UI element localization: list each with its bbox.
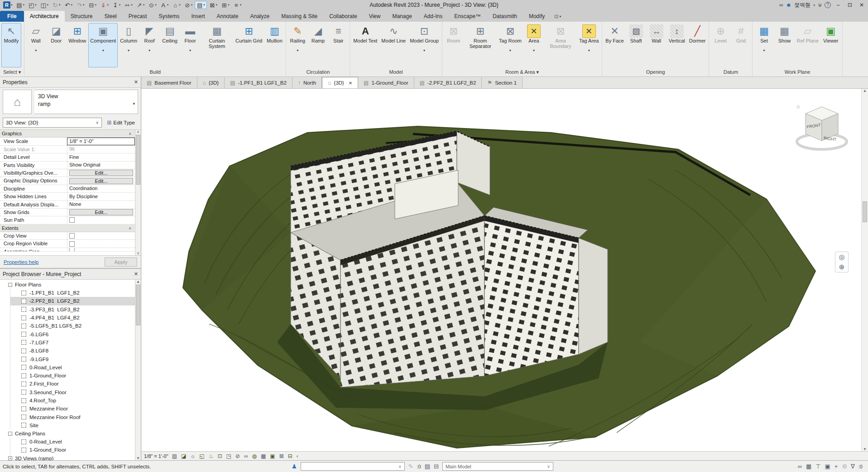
tree-item-floor-plan[interactable]: -2.PF2_B1 LGF2_B2 <box>10 297 135 305</box>
tree-item-floor-plan[interactable]: -3.PF3_B1 LGF3_B2 <box>10 305 135 314</box>
ribbon-button[interactable]: ▦ Set ▾ <box>754 23 774 67</box>
scroll-down-icon[interactable]: ▼ <box>863 447 867 451</box>
property-row[interactable]: Show Grids Edit... Edit... ∧ <box>0 209 135 216</box>
project-browser-close-icon[interactable]: ✕ <box>134 271 138 277</box>
property-value[interactable]: Fine Fine <box>67 153 135 161</box>
rendering-dialog-icon[interactable]: ♨ <box>209 453 214 459</box>
close-hidden-windows-icon[interactable]: ⊠ ▾ <box>208 1 219 9</box>
edit-button[interactable]: Edit... <box>69 209 133 215</box>
project-browser-scrollbar[interactable]: ▲ ▼ <box>135 280 141 460</box>
collapse-icon[interactable]: ‹ <box>297 453 298 459</box>
ribbon-tab[interactable]: Add-Ins <box>418 11 448 22</box>
collapse-box-icon[interactable]: - <box>8 283 12 287</box>
tag-by-category-icon[interactable]: ⊙ ▾ <box>147 1 158 9</box>
ribbon-tab[interactable]: Massing & Site <box>275 11 323 22</box>
export-pdf-icon[interactable]: ⇓ ▾ <box>99 1 110 9</box>
model-line-icon[interactable]: ↗ ▾ <box>135 1 146 9</box>
ribbon-button[interactable]: ▬ Floor ▾ <box>180 23 200 67</box>
reveal-constraints-icon[interactable]: ⊟ <box>288 453 293 459</box>
ribbon-tab[interactable]: Datasmith <box>487 11 523 22</box>
ribbon-button[interactable]: ↕ Vertical ▾ <box>667 23 687 67</box>
ribbon-button[interactable]: ⊡ Model Group ▾ <box>408 23 441 67</box>
crop-region-icon[interactable]: ◳ <box>226 453 231 459</box>
ribbon-button[interactable]: ▦ Show ▾ <box>774 23 794 67</box>
collapse-box-icon[interactable]: - <box>8 432 12 436</box>
property-row[interactable]: Detail Level Fine Fine ∧ <box>0 153 135 161</box>
crop-view-icon[interactable]: ⊡ <box>217 453 222 459</box>
tree-item-floor-plan[interactable]: -9.LGF9 <box>10 355 135 363</box>
tree-group-3d-views[interactable]: + 3D Views (ramp) <box>0 454 135 460</box>
zoom-icon[interactable]: ⊕ <box>839 263 845 271</box>
property-row[interactable]: Default Analysis Displa... None None ∧ <box>0 201 135 209</box>
property-value[interactable]: Show Original Show Original <box>67 162 135 169</box>
edit-button[interactable]: Edit... <box>69 178 133 184</box>
restore-button[interactable]: ⊡ <box>845 2 854 8</box>
scroll-up-icon[interactable]: ▲ <box>863 89 867 93</box>
view-tab[interactable]: ⌂ {3D} ✕ <box>322 77 358 88</box>
aligned-dimension-icon[interactable]: ⇿ ▾ <box>123 1 134 9</box>
section-collapse-icon[interactable]: ∧ <box>129 130 135 137</box>
view-tab[interactable]: ⚑ Section 1 ✕ <box>482 77 523 88</box>
background-processes-icon[interactable]: ⚙ <box>842 463 847 470</box>
tree-item-floor-plan[interactable]: -6.LGF6 <box>10 330 135 338</box>
ribbon-button[interactable]: ▥ Mullion ▾ <box>264 23 284 67</box>
apply-button[interactable]: Apply <box>105 257 137 267</box>
app-store-cart-icon[interactable]: ⊎ <box>818 2 822 8</box>
properties-close-icon[interactable]: ✕ <box>134 79 138 85</box>
switch-windows-icon[interactable]: ⊞ ▾ <box>220 1 231 9</box>
ribbon-tab[interactable]: Precast <box>123 11 153 22</box>
tree-item-floor-plan[interactable]: -1.PF1_B1 LGF1_B2 <box>10 289 135 297</box>
scroll-up-icon[interactable]: ∧ <box>137 130 139 134</box>
property-row[interactable]: Show Hidden Lines By Discipline By Disci… <box>0 193 135 200</box>
detail-level-icon[interactable]: ▨ <box>172 453 177 459</box>
tree-item-ceiling-plan[interactable]: 0-Road_Level <box>10 438 135 446</box>
tree-item-floor-plan[interactable]: -7.LGF7 <box>10 339 135 347</box>
temporary-view-properties-icon[interactable]: ▣ <box>270 453 275 459</box>
checkbox[interactable] <box>69 241 75 247</box>
ribbon-button[interactable]: ◪ Door ▾ <box>46 23 66 67</box>
ribbon-button[interactable]: ▦ Curtain System ▾ <box>201 23 233 67</box>
ribbon-button[interactable]: ▤ Ceiling ▾ <box>160 23 180 67</box>
properties-help-link[interactable]: Properties help <box>4 259 38 265</box>
property-value[interactable]: By Discipline By Discipline <box>67 193 135 200</box>
ribbon-button[interactable]: ▣ Component ▾ <box>88 23 118 67</box>
scroll-down-icon[interactable]: ∨ <box>137 251 139 255</box>
requests-icon[interactable]: ▤ <box>425 463 430 470</box>
tree-item-ceiling-plan[interactable]: 1-Ground_Floor <box>10 446 135 454</box>
worksets-icon[interactable]: ♟ <box>292 463 297 470</box>
ribbon-tab[interactable]: Insert <box>185 11 211 22</box>
search-icon[interactable]: ∞ <box>779 2 783 8</box>
ribbon-button[interactable]: # Grid ▾ <box>731 23 751 67</box>
view-tab[interactable]: ▤ -2.PF2_B1 LGF2_B2 ✕ <box>414 77 482 88</box>
tree-item-floor-plan[interactable]: -8.LGF8 <box>10 347 135 355</box>
ribbon-button[interactable]: ⊕ Level ▾ <box>710 23 730 67</box>
checkbox[interactable] <box>69 248 75 251</box>
ribbon-tab[interactable]: View <box>363 11 387 22</box>
filter-icon[interactable]: ∇ <box>851 463 855 470</box>
revit-app-button[interactable]: R ▾ <box>2 1 14 9</box>
ribbon-button[interactable]: ⊠ Area Boundary ▾ <box>544 23 577 67</box>
username[interactable]: 챛떽췓 <box>794 1 810 9</box>
property-row[interactable]: Graphics ∧ <box>0 130 135 138</box>
modify-button[interactable]: ↖ Modify ▾ <box>1 23 21 67</box>
edit-button[interactable]: Edit... <box>69 170 133 176</box>
user-dropdown-icon[interactable]: ▾ <box>813 3 815 7</box>
measure-icon[interactable]: ↧ ▾ <box>111 1 122 9</box>
select-pinned-toggle[interactable]: ⊤ <box>815 463 820 470</box>
property-value[interactable]: 96 96 <box>67 146 135 153</box>
ribbon-button[interactable]: ⊞ Window ▾ <box>67 23 88 67</box>
undo-icon[interactable]: ↶ ▾ <box>63 1 74 9</box>
property-row[interactable]: Visibility/Graphics Ove... Edit... Edit.… <box>0 169 135 177</box>
property-value[interactable]: 1/8" = 1'-0" 1/8" = 1'-0" <box>67 138 135 145</box>
tree-item-floor-plan[interactable]: Mezzanine Floor Roof <box>10 413 135 421</box>
ribbon-button[interactable]: ▱ Ref Plane ▾ <box>795 23 820 67</box>
checkbox[interactable] <box>69 233 75 238</box>
edit-type-button[interactable]: ⊞ Edit Type <box>104 118 138 128</box>
sync-icon[interactable]: ↻ ▾ <box>51 1 62 9</box>
property-value[interactable]: Edit... Edit... <box>67 209 135 216</box>
minimize-button[interactable]: – <box>834 2 843 8</box>
close-button[interactable]: ✕ <box>857 2 866 8</box>
save-icon[interactable]: ◫ ▾ <box>39 1 50 9</box>
lock-3d-view-icon[interactable]: ⊘ <box>235 453 240 459</box>
ribbon-cycle-icon[interactable]: ⊡ <box>554 14 558 19</box>
